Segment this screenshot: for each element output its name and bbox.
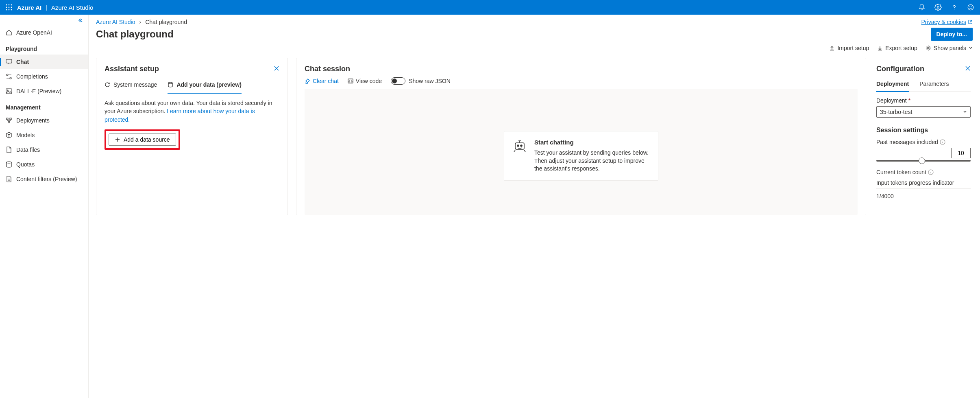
- breadcrumb-current: Chat playground: [145, 19, 187, 25]
- sidebar-item-data-files[interactable]: Data files: [0, 142, 88, 157]
- chevron-down-icon: [963, 110, 967, 114]
- app-header: Azure AI | Azure AI Studio: [0, 0, 980, 15]
- assistant-title: Assistant setup: [105, 65, 159, 73]
- svg-rect-17: [6, 89, 12, 94]
- svg-point-1: [9, 4, 10, 6]
- import-setup-button[interactable]: Import setup: [829, 45, 869, 51]
- start-chatting-card: Start chatting Test your assistant by se…: [504, 131, 658, 181]
- models-icon: [6, 132, 12, 138]
- notifications-icon[interactable]: [918, 4, 926, 11]
- config-title: Configuration: [876, 65, 924, 73]
- completions-icon: [6, 73, 12, 80]
- clear-chat-button[interactable]: Clear chat: [305, 78, 339, 84]
- svg-point-27: [517, 145, 519, 147]
- sidebar-item-content-filters[interactable]: Content filters (Preview): [0, 172, 88, 186]
- info-icon[interactable]: [928, 169, 934, 175]
- token-count-text: Current token count: [876, 169, 926, 175]
- svg-point-18: [7, 90, 8, 91]
- sidebar-label: Chat: [16, 59, 29, 65]
- svg-point-10: [954, 9, 955, 10]
- quotas-icon: [6, 161, 12, 168]
- token-count-label: Current token count: [876, 169, 971, 175]
- deployment-label-text: Deployment: [876, 97, 907, 104]
- page-title: Chat playground: [96, 28, 174, 40]
- brand-subtitle[interactable]: Azure AI Studio: [51, 4, 93, 11]
- config-tab-deployment[interactable]: Deployment: [876, 77, 909, 91]
- svg-point-6: [6, 9, 7, 11]
- collapse-sidebar-icon[interactable]: [78, 18, 83, 24]
- svg-point-15: [7, 74, 8, 76]
- config-tab-parameters[interactable]: Parameters: [919, 77, 949, 91]
- svg-point-22: [7, 162, 11, 163]
- deploy-button[interactable]: Deploy to...: [931, 28, 973, 41]
- svg-point-7: [9, 9, 10, 11]
- chat-session-panel: Chat session Clear chat View code Show r…: [296, 58, 866, 215]
- view-code-button[interactable]: View code: [348, 78, 382, 84]
- past-messages-slider[interactable]: [876, 160, 971, 162]
- svg-point-28: [520, 145, 522, 147]
- add-data-source-button[interactable]: Add a data source: [109, 133, 176, 146]
- deployment-select[interactable]: 35-turbo-test: [876, 106, 971, 118]
- feedback-icon[interactable]: [967, 4, 974, 11]
- svg-point-13: [971, 7, 972, 7]
- tab-label: System message: [113, 81, 157, 88]
- import-icon: [829, 45, 835, 51]
- svg-point-8: [11, 9, 12, 11]
- privacy-label: Privacy & cookies: [921, 19, 966, 25]
- help-icon[interactable]: [951, 4, 958, 11]
- show-raw-json-toggle[interactable]: [391, 77, 405, 85]
- show-panels-button[interactable]: Show panels: [926, 45, 973, 51]
- chevron-right-icon: ›: [139, 19, 142, 25]
- file-icon: [6, 147, 12, 153]
- sidebar-item-dalle[interactable]: DALL·E (Preview): [0, 84, 88, 98]
- sidebar-item-chat[interactable]: Chat: [0, 55, 88, 69]
- sidebar: Azure OpenAI Playground Chat Completions…: [0, 15, 89, 398]
- info-icon[interactable]: [940, 139, 945, 145]
- tab-label: Add your data (preview): [176, 81, 241, 88]
- breadcrumb-root[interactable]: Azure AI Studio: [96, 19, 135, 25]
- brand-title: Azure AI: [17, 4, 41, 11]
- svg-point-4: [9, 7, 10, 8]
- chevron-down-icon: [969, 46, 973, 50]
- configuration-panel: Configuration Deployment Parameters Depl…: [874, 58, 973, 215]
- show-raw-label: Show raw JSON: [409, 78, 451, 84]
- page-toolbar: Import setup Export setup Show panels: [96, 45, 973, 51]
- svg-point-12: [969, 7, 970, 7]
- svg-point-3: [6, 7, 7, 8]
- refresh-icon: [105, 82, 110, 87]
- broom-icon: [305, 78, 310, 84]
- close-assistant-icon[interactable]: [274, 66, 279, 72]
- privacy-link[interactable]: Privacy & cookies: [921, 19, 973, 25]
- chat-area: Start chatting Test your assistant by se…: [305, 89, 858, 215]
- sidebar-label: Azure OpenAI: [16, 29, 52, 36]
- tab-add-data[interactable]: Add your data (preview): [168, 77, 241, 93]
- close-config-icon[interactable]: [965, 66, 971, 72]
- required-indicator: *: [908, 97, 910, 104]
- plus-icon: [115, 137, 120, 142]
- sidebar-label: Content filters (Preview): [16, 176, 77, 182]
- waffle-icon[interactable]: [6, 4, 12, 11]
- database-icon: [168, 82, 173, 87]
- settings-icon[interactable]: [934, 4, 942, 11]
- svg-rect-19: [7, 118, 8, 120]
- sidebar-section-management: Management: [0, 98, 88, 113]
- import-label: Import setup: [837, 45, 869, 51]
- assistant-setup-panel: Assistant setup System message Add your …: [96, 58, 288, 215]
- sidebar-item-deployments[interactable]: Deployments: [0, 113, 88, 128]
- sidebar-label: Quotas: [16, 161, 35, 168]
- tab-system-message[interactable]: System message: [105, 77, 157, 93]
- data-description: Ask questions about your own data. Your …: [105, 99, 279, 124]
- past-messages-input[interactable]: [951, 148, 971, 158]
- sidebar-item-completions[interactable]: Completions: [0, 69, 88, 84]
- sidebar-item-models[interactable]: Models: [0, 128, 88, 142]
- filter-icon: [6, 176, 12, 182]
- add-data-source-label: Add a data source: [124, 136, 170, 143]
- export-setup-button[interactable]: Export setup: [877, 45, 917, 51]
- sidebar-item-azure-openai[interactable]: Azure OpenAI: [0, 25, 88, 40]
- export-icon: [877, 45, 883, 51]
- robot-icon: [512, 139, 527, 153]
- breadcrumb: Azure AI Studio › Chat playground Privac…: [96, 19, 973, 25]
- clear-chat-label: Clear chat: [313, 78, 339, 84]
- sidebar-item-quotas[interactable]: Quotas: [0, 157, 88, 172]
- sidebar-label: Data files: [16, 147, 40, 153]
